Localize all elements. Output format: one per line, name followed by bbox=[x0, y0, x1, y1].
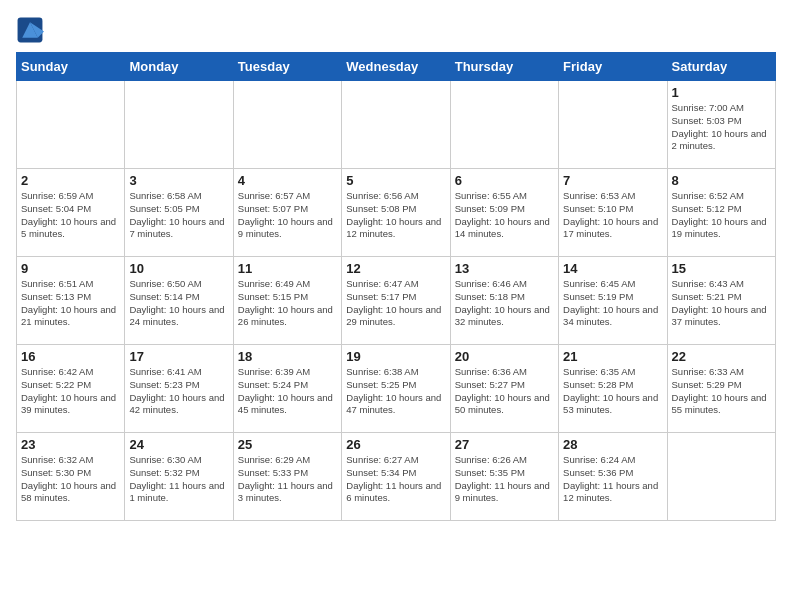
day-number: 25 bbox=[238, 437, 337, 452]
day-info: Sunrise: 6:50 AM Sunset: 5:14 PM Dayligh… bbox=[129, 278, 228, 329]
calendar-cell: 11Sunrise: 6:49 AM Sunset: 5:15 PM Dayli… bbox=[233, 257, 341, 345]
calendar-cell: 17Sunrise: 6:41 AM Sunset: 5:23 PM Dayli… bbox=[125, 345, 233, 433]
calendar-cell bbox=[342, 81, 450, 169]
day-number: 4 bbox=[238, 173, 337, 188]
calendar-cell bbox=[667, 433, 775, 521]
day-number: 19 bbox=[346, 349, 445, 364]
day-info: Sunrise: 6:38 AM Sunset: 5:25 PM Dayligh… bbox=[346, 366, 445, 417]
day-info: Sunrise: 6:39 AM Sunset: 5:24 PM Dayligh… bbox=[238, 366, 337, 417]
calendar-cell: 1Sunrise: 7:00 AM Sunset: 5:03 PM Daylig… bbox=[667, 81, 775, 169]
calendar-cell bbox=[233, 81, 341, 169]
day-of-week-header: Wednesday bbox=[342, 53, 450, 81]
day-info: Sunrise: 6:29 AM Sunset: 5:33 PM Dayligh… bbox=[238, 454, 337, 505]
calendar-cell: 10Sunrise: 6:50 AM Sunset: 5:14 PM Dayli… bbox=[125, 257, 233, 345]
calendar-cell: 28Sunrise: 6:24 AM Sunset: 5:36 PM Dayli… bbox=[559, 433, 667, 521]
day-of-week-header: Sunday bbox=[17, 53, 125, 81]
day-info: Sunrise: 6:56 AM Sunset: 5:08 PM Dayligh… bbox=[346, 190, 445, 241]
calendar-cell: 13Sunrise: 6:46 AM Sunset: 5:18 PM Dayli… bbox=[450, 257, 558, 345]
day-info: Sunrise: 6:57 AM Sunset: 5:07 PM Dayligh… bbox=[238, 190, 337, 241]
day-info: Sunrise: 6:43 AM Sunset: 5:21 PM Dayligh… bbox=[672, 278, 771, 329]
day-number: 16 bbox=[21, 349, 120, 364]
day-number: 26 bbox=[346, 437, 445, 452]
day-number: 13 bbox=[455, 261, 554, 276]
calendar-cell: 16Sunrise: 6:42 AM Sunset: 5:22 PM Dayli… bbox=[17, 345, 125, 433]
day-info: Sunrise: 6:36 AM Sunset: 5:27 PM Dayligh… bbox=[455, 366, 554, 417]
day-number: 3 bbox=[129, 173, 228, 188]
day-info: Sunrise: 6:58 AM Sunset: 5:05 PM Dayligh… bbox=[129, 190, 228, 241]
day-info: Sunrise: 6:33 AM Sunset: 5:29 PM Dayligh… bbox=[672, 366, 771, 417]
day-of-week-header: Monday bbox=[125, 53, 233, 81]
day-of-week-header: Thursday bbox=[450, 53, 558, 81]
calendar-cell: 7Sunrise: 6:53 AM Sunset: 5:10 PM Daylig… bbox=[559, 169, 667, 257]
day-number: 28 bbox=[563, 437, 662, 452]
calendar-cell bbox=[559, 81, 667, 169]
day-number: 10 bbox=[129, 261, 228, 276]
calendar-cell: 26Sunrise: 6:27 AM Sunset: 5:34 PM Dayli… bbox=[342, 433, 450, 521]
day-info: Sunrise: 6:32 AM Sunset: 5:30 PM Dayligh… bbox=[21, 454, 120, 505]
day-number: 18 bbox=[238, 349, 337, 364]
day-number: 20 bbox=[455, 349, 554, 364]
calendar-cell: 24Sunrise: 6:30 AM Sunset: 5:32 PM Dayli… bbox=[125, 433, 233, 521]
calendar-cell: 18Sunrise: 6:39 AM Sunset: 5:24 PM Dayli… bbox=[233, 345, 341, 433]
calendar-cell: 15Sunrise: 6:43 AM Sunset: 5:21 PM Dayli… bbox=[667, 257, 775, 345]
day-number: 11 bbox=[238, 261, 337, 276]
calendar-cell: 9Sunrise: 6:51 AM Sunset: 5:13 PM Daylig… bbox=[17, 257, 125, 345]
calendar-week-row: 9Sunrise: 6:51 AM Sunset: 5:13 PM Daylig… bbox=[17, 257, 776, 345]
logo-icon bbox=[16, 16, 44, 44]
calendar-cell: 25Sunrise: 6:29 AM Sunset: 5:33 PM Dayli… bbox=[233, 433, 341, 521]
calendar-cell bbox=[17, 81, 125, 169]
calendar-cell: 20Sunrise: 6:36 AM Sunset: 5:27 PM Dayli… bbox=[450, 345, 558, 433]
day-number: 21 bbox=[563, 349, 662, 364]
calendar-week-row: 1Sunrise: 7:00 AM Sunset: 5:03 PM Daylig… bbox=[17, 81, 776, 169]
day-info: Sunrise: 6:51 AM Sunset: 5:13 PM Dayligh… bbox=[21, 278, 120, 329]
calendar-cell: 22Sunrise: 6:33 AM Sunset: 5:29 PM Dayli… bbox=[667, 345, 775, 433]
page-header bbox=[16, 16, 776, 44]
calendar-week-row: 2Sunrise: 6:59 AM Sunset: 5:04 PM Daylig… bbox=[17, 169, 776, 257]
calendar-cell: 21Sunrise: 6:35 AM Sunset: 5:28 PM Dayli… bbox=[559, 345, 667, 433]
calendar-week-row: 16Sunrise: 6:42 AM Sunset: 5:22 PM Dayli… bbox=[17, 345, 776, 433]
day-info: Sunrise: 6:55 AM Sunset: 5:09 PM Dayligh… bbox=[455, 190, 554, 241]
day-of-week-header: Tuesday bbox=[233, 53, 341, 81]
day-number: 6 bbox=[455, 173, 554, 188]
day-number: 15 bbox=[672, 261, 771, 276]
calendar-cell: 27Sunrise: 6:26 AM Sunset: 5:35 PM Dayli… bbox=[450, 433, 558, 521]
calendar-cell: 23Sunrise: 6:32 AM Sunset: 5:30 PM Dayli… bbox=[17, 433, 125, 521]
day-info: Sunrise: 6:47 AM Sunset: 5:17 PM Dayligh… bbox=[346, 278, 445, 329]
day-info: Sunrise: 6:45 AM Sunset: 5:19 PM Dayligh… bbox=[563, 278, 662, 329]
day-info: Sunrise: 6:42 AM Sunset: 5:22 PM Dayligh… bbox=[21, 366, 120, 417]
day-info: Sunrise: 6:41 AM Sunset: 5:23 PM Dayligh… bbox=[129, 366, 228, 417]
calendar-cell: 3Sunrise: 6:58 AM Sunset: 5:05 PM Daylig… bbox=[125, 169, 233, 257]
day-info: Sunrise: 6:26 AM Sunset: 5:35 PM Dayligh… bbox=[455, 454, 554, 505]
calendar-week-row: 23Sunrise: 6:32 AM Sunset: 5:30 PM Dayli… bbox=[17, 433, 776, 521]
day-number: 23 bbox=[21, 437, 120, 452]
day-info: Sunrise: 7:00 AM Sunset: 5:03 PM Dayligh… bbox=[672, 102, 771, 153]
calendar-cell: 14Sunrise: 6:45 AM Sunset: 5:19 PM Dayli… bbox=[559, 257, 667, 345]
calendar-table: SundayMondayTuesdayWednesdayThursdayFrid… bbox=[16, 52, 776, 521]
day-of-week-header: Friday bbox=[559, 53, 667, 81]
day-info: Sunrise: 6:27 AM Sunset: 5:34 PM Dayligh… bbox=[346, 454, 445, 505]
day-number: 17 bbox=[129, 349, 228, 364]
day-number: 14 bbox=[563, 261, 662, 276]
day-number: 24 bbox=[129, 437, 228, 452]
day-info: Sunrise: 6:35 AM Sunset: 5:28 PM Dayligh… bbox=[563, 366, 662, 417]
day-number: 22 bbox=[672, 349, 771, 364]
day-number: 7 bbox=[563, 173, 662, 188]
calendar-cell: 12Sunrise: 6:47 AM Sunset: 5:17 PM Dayli… bbox=[342, 257, 450, 345]
calendar-header-row: SundayMondayTuesdayWednesdayThursdayFrid… bbox=[17, 53, 776, 81]
day-number: 27 bbox=[455, 437, 554, 452]
day-info: Sunrise: 6:30 AM Sunset: 5:32 PM Dayligh… bbox=[129, 454, 228, 505]
day-number: 9 bbox=[21, 261, 120, 276]
calendar-cell: 2Sunrise: 6:59 AM Sunset: 5:04 PM Daylig… bbox=[17, 169, 125, 257]
day-info: Sunrise: 6:52 AM Sunset: 5:12 PM Dayligh… bbox=[672, 190, 771, 241]
day-info: Sunrise: 6:59 AM Sunset: 5:04 PM Dayligh… bbox=[21, 190, 120, 241]
calendar-cell: 19Sunrise: 6:38 AM Sunset: 5:25 PM Dayli… bbox=[342, 345, 450, 433]
calendar-cell bbox=[450, 81, 558, 169]
calendar-cell bbox=[125, 81, 233, 169]
day-info: Sunrise: 6:46 AM Sunset: 5:18 PM Dayligh… bbox=[455, 278, 554, 329]
day-number: 8 bbox=[672, 173, 771, 188]
calendar-cell: 6Sunrise: 6:55 AM Sunset: 5:09 PM Daylig… bbox=[450, 169, 558, 257]
calendar-cell: 5Sunrise: 6:56 AM Sunset: 5:08 PM Daylig… bbox=[342, 169, 450, 257]
day-number: 2 bbox=[21, 173, 120, 188]
day-of-week-header: Saturday bbox=[667, 53, 775, 81]
logo bbox=[16, 16, 48, 44]
